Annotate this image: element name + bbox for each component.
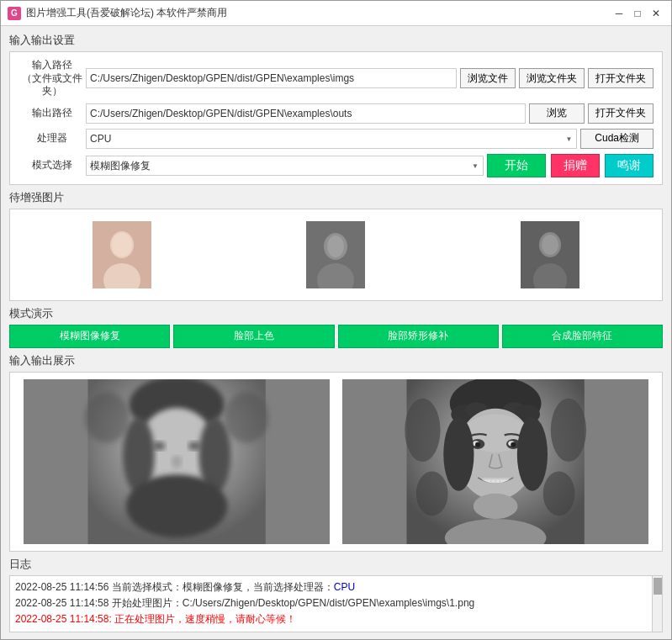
window-controls: ─ □ ✕	[611, 5, 664, 22]
browse-button[interactable]: 浏览	[529, 103, 585, 124]
thanks-button[interactable]: 鸣谢	[605, 154, 653, 177]
log-line-1: 2022-08-25 11:14:56 当前选择模式：模糊图像修复，当前选择处理…	[15, 579, 657, 595]
pending-section: 待增强图片	[9, 190, 663, 301]
log-line-2: 2022-08-25 11:14:58 开始处理图片：C:/Users/Zhig…	[15, 595, 657, 611]
output-face-svg	[342, 379, 648, 544]
open-folder-button[interactable]: 打开文件夹	[588, 68, 653, 88]
svg-point-22	[224, 392, 268, 442]
output-path-row: 输出路径 浏览 打开文件夹	[19, 103, 653, 124]
log-label: 日志	[9, 557, 663, 572]
thumb-container-1	[15, 221, 229, 288]
thumbnail-3[interactable]	[521, 221, 579, 288]
svg-point-16	[188, 442, 200, 451]
window-title: 图片增强工具(吾爱破解论坛) 本软件严禁商用	[26, 6, 611, 20]
mode-select-wrapper[interactable]: 模糊图像修复	[86, 156, 484, 176]
demo-btn-1[interactable]: 模糊图像修复	[9, 325, 170, 348]
output-path-label: 输出路径	[19, 107, 86, 120]
start-button[interactable]: 开始	[487, 154, 546, 177]
input-path-row: 输入路径（文件或文件夹） 浏览文件 浏览文件夹 打开文件夹	[19, 59, 653, 98]
io-label: 输入输出展示	[9, 353, 663, 368]
mode-label: 模式选择	[19, 159, 86, 172]
donate-button[interactable]: 捐赠	[551, 154, 600, 177]
thumb-container-2	[229, 221, 442, 288]
svg-point-49	[543, 471, 575, 516]
main-window: G 图片增强工具(吾爱破解论坛) 本软件严禁商用 ─ □ ✕ 输入输出设置 输入…	[0, 0, 672, 640]
svg-point-44	[474, 494, 518, 519]
thumbnail-2[interactable]	[306, 221, 365, 288]
output-image[interactable]	[342, 379, 648, 544]
demo-label: 模式演示	[9, 306, 663, 321]
input-path-field[interactable]	[86, 68, 457, 88]
close-button[interactable]: ✕	[648, 5, 664, 22]
demo-btn-3[interactable]: 脸部矫形修补	[338, 325, 499, 348]
settings-section: 输入输出设置 输入路径（文件或文件夹） 浏览文件 浏览文件夹 打开文件夹 输出	[9, 33, 663, 185]
thumb-2-svg	[306, 221, 365, 288]
thumb-3-svg	[521, 221, 579, 288]
demo-section: 模式演示 模糊图像修复 脸部上色 脸部矫形修补 合成脸部特征	[9, 306, 663, 348]
browse-file-button[interactable]: 浏览文件	[460, 68, 516, 88]
log-scrollbar-thumb[interactable]	[653, 578, 662, 595]
app-icon: G	[8, 7, 21, 20]
input-path-label: 输入路径（文件或文件夹）	[19, 59, 86, 98]
svg-point-42	[443, 417, 474, 491]
svg-point-11	[542, 235, 558, 255]
input-face-svg	[24, 379, 330, 544]
settings-box: 输入路径（文件或文件夹） 浏览文件 浏览文件夹 打开文件夹 输出路径 浏览 打开…	[9, 51, 663, 185]
processor-select[interactable]: CPU	[86, 129, 577, 149]
svg-point-46	[405, 398, 440, 461]
pending-label: 待增强图片	[9, 190, 663, 205]
open-folder2-button[interactable]: 打开文件夹	[588, 103, 653, 124]
svg-point-17	[172, 455, 182, 468]
io-section: 输入输出展示	[9, 353, 663, 552]
svg-point-21	[84, 392, 129, 442]
demo-btn-4[interactable]: 合成脸部特征	[502, 325, 663, 348]
action-buttons: 开始 捐赠 鸣谢	[487, 154, 653, 177]
svg-point-43	[517, 417, 548, 491]
io-images-box	[9, 372, 663, 552]
settings-label: 输入输出设置	[9, 33, 663, 48]
svg-point-3	[112, 233, 132, 257]
thumb-1-svg	[93, 221, 151, 288]
svg-point-48	[416, 471, 448, 516]
title-bar: G 图片增强工具(吾爱破解论坛) 本软件严禁商用 ─ □ ✕	[1, 1, 671, 26]
thumbnail-1[interactable]	[93, 221, 151, 288]
demo-btn-2[interactable]: 脸部上色	[173, 325, 334, 348]
output-path-field[interactable]	[86, 103, 526, 124]
main-content: 输入输出设置 输入路径（文件或文件夹） 浏览文件 浏览文件夹 打开文件夹 输出	[1, 26, 671, 639]
demo-buttons: 模糊图像修复 脸部上色 脸部矫形修补 合成脸部特征	[9, 325, 663, 348]
svg-point-20	[125, 474, 227, 537]
svg-point-47	[551, 398, 586, 461]
minimize-button[interactable]: ─	[611, 5, 627, 22]
log-cpu-text: CPU	[334, 581, 355, 593]
log-line-3: 2022-08-25 11:14:58: 正在处理图片，速度稍慢，请耐心等候！	[15, 611, 657, 627]
svg-point-7	[327, 235, 344, 257]
processor-select-wrapper[interactable]: CPU	[86, 129, 577, 149]
svg-point-36	[511, 442, 516, 447]
browse-folder-button[interactable]: 浏览文件夹	[519, 68, 585, 88]
log-box[interactable]: 2022-08-25 11:14:56 当前选择模式：模糊图像修复，当前选择处理…	[9, 575, 663, 632]
processor-label: 处理器	[19, 132, 86, 145]
cuda-detect-button[interactable]: Cuda检测	[580, 129, 653, 149]
input-image[interactable]	[24, 379, 330, 544]
log-scrollbar[interactable]	[652, 576, 662, 632]
pending-images-box	[9, 209, 663, 301]
thumb-container-3	[443, 221, 657, 288]
maximize-button[interactable]: □	[629, 5, 646, 22]
processor-row: 处理器 CPU Cuda检测	[19, 129, 653, 149]
mode-row: 模式选择 模糊图像修复 开始 捐赠 鸣谢	[19, 154, 653, 177]
log-section: 日志 2022-08-25 11:14:56 当前选择模式：模糊图像修复，当前选…	[9, 557, 663, 632]
svg-point-15	[152, 442, 165, 451]
svg-point-35	[475, 442, 480, 447]
mode-select[interactable]: 模糊图像修复	[86, 156, 484, 176]
